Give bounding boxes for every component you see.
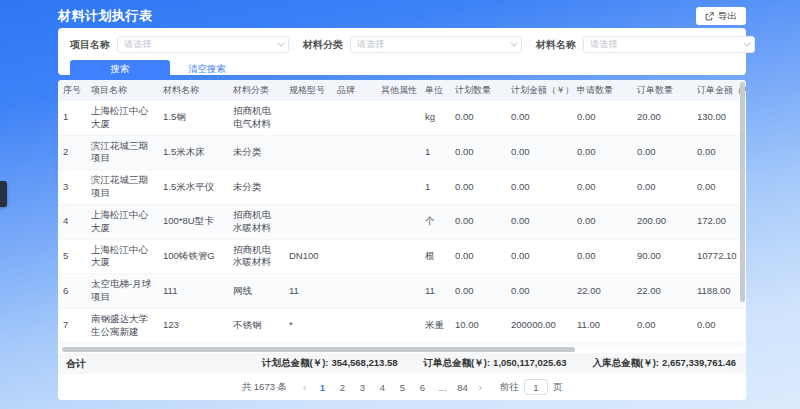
table-cell (332, 204, 376, 239)
table-cell: 太空电梯-月球项目 (86, 274, 158, 309)
table-cell (284, 204, 332, 239)
export-label: 导出 (718, 10, 737, 23)
total-item-1: 订单总金额(￥):1,050,117,025.63 (424, 357, 567, 370)
column-header: 计划金额（￥） (506, 80, 572, 101)
table-row[interactable]: 1上海松江中心大厦1.5钢招商机电 电气材料kg0.000.000.0020.0… (58, 101, 746, 135)
table-cell: 5 (58, 239, 86, 274)
prev-page-button[interactable]: ‹ (299, 382, 310, 393)
table-cell: 7 (58, 308, 86, 343)
table-cell (284, 170, 332, 205)
table-cell (376, 308, 420, 343)
vertical-scrollbar[interactable] (740, 82, 745, 332)
clear-search-button[interactable]: 清空搜索 (188, 63, 226, 76)
table-cell (332, 239, 376, 274)
table-cell: DN100 (284, 239, 332, 274)
table-cell (332, 101, 376, 135)
table-cell: 0.00 (506, 274, 572, 309)
page-number-2[interactable]: 2 (334, 382, 350, 393)
table-cell: 100*8U型卡 (158, 204, 228, 239)
filter-select-2[interactable]: 请选择 (583, 36, 755, 53)
column-header: 材料分类 (228, 80, 284, 101)
export-button[interactable]: 导出 (696, 7, 746, 25)
table-cell: 11.00 (572, 308, 632, 343)
results-table: 序号项目名称材料名称材料分类规格型号品牌其他属性单位计划数量计划金额（￥）申请数… (58, 80, 746, 346)
table-cell: 0.00 (506, 204, 572, 239)
sidebar-collapse-handle[interactable] (0, 181, 7, 207)
filter-field-0: 项目名称请选择 (70, 36, 289, 53)
table-cell: 10772.10 (692, 239, 746, 274)
page-number-84[interactable]: 84 (454, 382, 470, 393)
table-cell: 0.00 (450, 204, 506, 239)
table-cell: 根 (420, 239, 450, 274)
table-row[interactable]: 3滨江花城三期项目1.5米水平仪未分类10.000.000.000.000.00 (58, 170, 746, 205)
page-goto-input[interactable] (524, 379, 548, 395)
table-cell: 上海松江中心大厦 (86, 101, 158, 135)
page-number-4[interactable]: 4 (374, 382, 390, 393)
table-cell: 123 (158, 308, 228, 343)
table-cell (284, 135, 332, 170)
table-cell: 米重 (420, 308, 450, 343)
next-page-button[interactable]: › (474, 382, 485, 393)
table-cell: 100铸铁管G (158, 239, 228, 274)
table-row[interactable]: 5上海松江中心大厦100铸铁管G招商机电 水暖材料DN100根0.000.000… (58, 239, 746, 274)
total-label: 入库总金额(￥): (593, 357, 660, 368)
table-cell: 111 (158, 274, 228, 309)
table-cell: 4 (58, 204, 86, 239)
table-cell: 1.5米水平仪 (158, 170, 228, 205)
table-cell: 172.00 (692, 204, 746, 239)
chevron-down-icon (510, 40, 517, 47)
table-cell: 上海松江中心大厦 (86, 204, 158, 239)
column-header: 项目名称 (86, 80, 158, 101)
table-cell: 上海松江中心大厦 (86, 239, 158, 274)
page-number-3[interactable]: 3 (354, 382, 370, 393)
table-row[interactable]: 2滨江花城三期项目1.5米木床未分类10.000.000.000.000.00 (58, 135, 746, 170)
table-cell: * (284, 308, 332, 343)
top-bar: 材料计划执行表 导出 (58, 6, 746, 26)
table-cell (332, 135, 376, 170)
table-cell: 未分类 (228, 135, 284, 170)
table-cell: 6 (58, 274, 86, 309)
export-icon (705, 12, 714, 21)
table-cell (332, 170, 376, 205)
table-cell: 0.00 (506, 170, 572, 205)
select-placeholder: 请选择 (124, 38, 151, 51)
table-cell: 3 (58, 170, 86, 205)
table-body: 1上海松江中心大厦1.5钢招商机电 电气材料kg0.000.000.0020.0… (58, 101, 746, 346)
table-row[interactable]: 7南钢盛达大学生公寓新建123不锈钢*米重10.00200000.0011.00… (58, 308, 746, 343)
table-cell: 0.00 (632, 170, 692, 205)
table-cell: 0.00 (450, 274, 506, 309)
filter-field-2: 材料名称请选择 (536, 36, 755, 53)
page-number-6[interactable]: 6 (414, 382, 430, 393)
table-cell (332, 274, 376, 309)
page-ellipsis: ... (434, 382, 450, 393)
table-cell: 0.00 (572, 170, 632, 205)
page-number-1[interactable]: 1 (314, 382, 330, 393)
filter-select-1[interactable]: 请选择 (350, 36, 522, 53)
horizontal-scrollbar[interactable] (60, 346, 744, 353)
vertical-scrollbar-thumb[interactable] (740, 82, 745, 302)
table-cell: 22.00 (632, 274, 692, 309)
search-button[interactable]: 搜索 (70, 60, 170, 79)
table-cell: 0.00 (632, 308, 692, 343)
table-cell (376, 135, 420, 170)
select-placeholder: 请选择 (357, 38, 384, 51)
horizontal-scrollbar-thumb[interactable] (62, 347, 575, 352)
total-value: 1,050,117,025.63 (493, 357, 566, 368)
summary-label: 合计 (66, 357, 86, 371)
table-cell: 1 (58, 101, 86, 135)
filter-label: 材料分类 (303, 38, 343, 52)
filter-select-0[interactable]: 请选择 (117, 36, 289, 53)
table-cell: 0.00 (692, 170, 746, 205)
table-cell: 2 (58, 135, 86, 170)
filter-panel: 项目名称请选择材料分类请选择材料名称请选择 搜索 清空搜索 (58, 28, 746, 75)
table-cell: 1.5钢 (158, 101, 228, 135)
table-cell: 不锈钢 (228, 308, 284, 343)
page-number-5[interactable]: 5 (394, 382, 410, 393)
table-row[interactable]: 4上海松江中心大厦100*8U型卡招商机电 水暖材料个0.000.000.002… (58, 204, 746, 239)
table-cell (376, 170, 420, 205)
table-row[interactable]: 6太空电梯-月球项目111网线11110.000.0022.0022.00118… (58, 274, 746, 309)
table-cell: 1.5米木床 (158, 135, 228, 170)
filter-label: 项目名称 (70, 38, 110, 52)
table-cell (376, 204, 420, 239)
table-cell: 0.00 (632, 135, 692, 170)
